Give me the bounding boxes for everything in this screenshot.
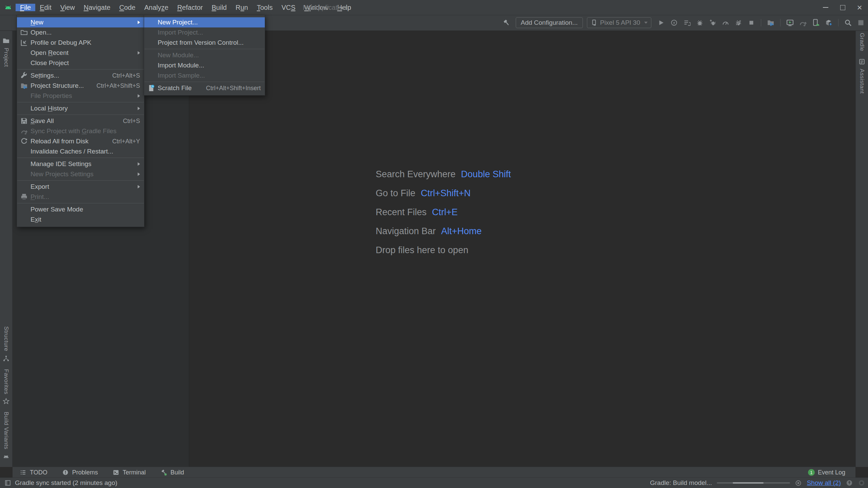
- tool-window-button-build[interactable]: Build: [160, 469, 184, 476]
- project-structure-icon: [20, 82, 28, 89]
- tool-window-button-problems[interactable]: Problems: [62, 469, 98, 476]
- file-menu-item-save-all[interactable]: Save AllCtrl+S: [17, 116, 144, 126]
- file-menu-item-print[interactable]: Print...: [17, 192, 144, 202]
- menu-separator: [17, 158, 144, 158]
- apply-code-changes-button[interactable]: [682, 18, 692, 28]
- file-menu-item-sync-project-with-gradle-files[interactable]: Sync Project with Gradle Files: [17, 126, 144, 136]
- file-menu-item-new-projects-settings[interactable]: New Projects Settings: [17, 169, 144, 179]
- avd-manager-button[interactable]: [785, 18, 795, 28]
- menubar-item-vcs[interactable]: VCS: [277, 4, 300, 11]
- strip-label: Project: [3, 48, 9, 67]
- file-menu-item-invalidate-caches-restart[interactable]: Invalidate Caches / Restart...: [17, 146, 144, 157]
- right-strip-tab-assistant[interactable]: Assistant: [857, 57, 866, 94]
- hint-shortcut: Double Shift: [461, 169, 511, 180]
- search-everywhere-button[interactable]: [843, 18, 853, 28]
- file-menu-item-manage-ide-settings[interactable]: Manage IDE Settings: [17, 159, 144, 169]
- sync-gradle-button[interactable]: [798, 18, 808, 28]
- new-submenu-item-import-module[interactable]: Import Module...: [144, 60, 265, 70]
- problems-icon: [62, 469, 69, 476]
- add-configuration-button[interactable]: Add Configuration...: [516, 17, 583, 28]
- tool-window-button-todo[interactable]: TODO: [19, 469, 47, 476]
- strip-label: Assistant: [859, 69, 865, 94]
- file-menu-item-settings[interactable]: Settings...Ctrl+Alt+S: [17, 70, 144, 81]
- debug-button[interactable]: [695, 18, 705, 28]
- background-tasks-icon[interactable]: [858, 479, 865, 487]
- gradle-progress-bar: [717, 482, 790, 484]
- hint-label: Recent Files: [376, 207, 427, 218]
- cancel-task-icon[interactable]: [795, 479, 802, 487]
- menubar-item-navigate[interactable]: Navigate: [79, 4, 115, 11]
- menu-item-label: New Module...: [158, 52, 199, 59]
- device-selector[interactable]: Pixel 5 API 30: [587, 17, 651, 28]
- file-menu-item-export[interactable]: Export: [17, 182, 144, 192]
- profile-low-overhead-button[interactable]: [733, 18, 744, 28]
- file-menu-item-open[interactable]: Open...: [17, 27, 144, 38]
- status-right: Gradle: Build model... Show all (2): [650, 479, 865, 487]
- build-hammer-icon[interactable]: [501, 18, 512, 28]
- update-icon[interactable]: [846, 479, 853, 487]
- new-submenu-item-import-sample[interactable]: Import Sample...: [144, 70, 265, 81]
- menubar-item-analyze[interactable]: Analyze: [140, 4, 173, 11]
- file-menu-item-file-properties[interactable]: File Properties: [17, 91, 144, 101]
- new-submenu-item-new-module[interactable]: New Module...: [144, 50, 265, 60]
- run-button[interactable]: [656, 18, 666, 28]
- maximize-button[interactable]: [834, 0, 851, 15]
- file-menu-item-local-history[interactable]: Local History: [17, 103, 144, 114]
- file-menu-item-open-recent[interactable]: Open Recent: [17, 48, 144, 58]
- left-strip-tab-project[interactable]: Project: [2, 36, 11, 67]
- menubar-item-run[interactable]: Run: [231, 4, 253, 11]
- project-structure-button[interactable]: [766, 18, 776, 28]
- show-all-link[interactable]: Show all (2): [807, 479, 841, 487]
- sdk-manager-button[interactable]: [824, 18, 834, 28]
- file-menu-item-new[interactable]: New: [17, 17, 144, 27]
- stop-button[interactable]: [746, 18, 756, 28]
- left-bottom-strip-tab-structure[interactable]: Structure: [2, 326, 11, 363]
- new-submenu-item-project-from-version-control[interactable]: Project from Version Control...: [144, 38, 265, 48]
- profile-button[interactable]: [721, 18, 731, 28]
- hint-shortcut: Ctrl+Shift+N: [421, 188, 471, 199]
- minimize-button[interactable]: [817, 0, 834, 15]
- file-menu-item-exit[interactable]: Exit: [17, 215, 144, 225]
- blank-square-button[interactable]: [856, 18, 866, 28]
- menubar-item-file[interactable]: File: [16, 4, 35, 11]
- file-menu-item-power-save-mode[interactable]: Power Save Mode: [17, 204, 144, 215]
- menubar-item-view[interactable]: View: [56, 4, 79, 11]
- attach-debugger-button[interactable]: [708, 18, 718, 28]
- apply-changes-button[interactable]: [669, 18, 679, 28]
- device-manager-button[interactable]: [811, 18, 821, 28]
- menu-item-label: Exit: [31, 216, 41, 223]
- tool-window-switcher-icon[interactable]: [4, 479, 12, 487]
- left-bottom-strip-tab-build-variants[interactable]: Build Variants: [2, 412, 11, 461]
- hint-shortcut: Alt+Home: [441, 226, 481, 237]
- menubar-item-edit[interactable]: Edit: [35, 4, 56, 11]
- menu-item-label: Invalidate Caches / Restart...: [31, 148, 113, 155]
- tool-window-button-terminal[interactable]: Terminal: [112, 469, 146, 476]
- hint-label: Drop files here to open: [376, 245, 468, 256]
- menubar-item-refactor[interactable]: Refactor: [173, 4, 208, 11]
- new-submenu-item-import-project[interactable]: Import Project...: [144, 27, 265, 38]
- star-icon: [2, 397, 11, 406]
- event-log-button[interactable]: 1 Event Log: [808, 469, 845, 476]
- menubar-item-tools[interactable]: Tools: [252, 4, 277, 11]
- gradle-task-label: Gradle: Build model...: [650, 479, 712, 487]
- menu-item-label: File Properties: [31, 92, 72, 100]
- menu-item-label: New Project...: [158, 19, 198, 26]
- title-menu-bar: FileEditViewNavigateCodeAnalyzeRefactorB…: [0, 0, 868, 15]
- file-menu-item-project-structure[interactable]: Project Structure...Ctrl+Alt+Shift+S: [17, 81, 144, 91]
- new-submenu-item-new-project[interactable]: New Project...: [144, 17, 265, 27]
- left-bottom-strip-tab-favorites[interactable]: Favorites: [2, 369, 11, 406]
- new-submenu-item-scratch-file[interactable]: Scratch FileCtrl+Alt+Shift+Insert: [144, 83, 265, 93]
- device-selector-label: Pixel 5 API 30: [600, 19, 640, 26]
- menubar-item-build[interactable]: Build: [207, 4, 231, 11]
- menubar-item-code[interactable]: Code: [115, 4, 140, 11]
- file-menu-item-close-project[interactable]: Close Project: [17, 58, 144, 68]
- tool-window-button-label: TODO: [30, 469, 47, 476]
- menu-item-label: Project from Version Control...: [158, 39, 243, 46]
- gradle-icon: [20, 127, 28, 135]
- file-menu-item-reload-all-from-disk[interactable]: Reload All from DiskCtrl+Alt+Y: [17, 136, 144, 146]
- strip-label: Favorites: [3, 369, 9, 394]
- close-button[interactable]: ×: [851, 0, 868, 15]
- file-menu-item-profile-or-debug-apk[interactable]: Profile or Debug APK: [17, 38, 144, 48]
- submenu-arrow-icon: [138, 162, 140, 166]
- menu-separator: [144, 82, 264, 82]
